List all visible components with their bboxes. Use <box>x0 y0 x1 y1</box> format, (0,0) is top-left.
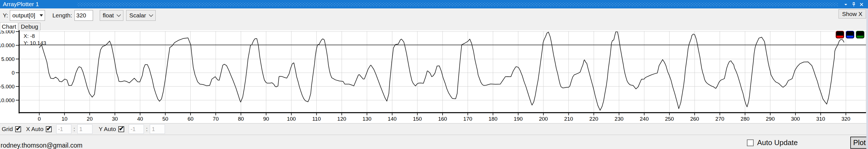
y-auto-checkbox[interactable]: ✔ <box>118 126 124 132</box>
svg-text:160: 160 <box>438 116 447 122</box>
waveform-trace <box>39 32 844 110</box>
check-icon: ✔ <box>119 125 124 133</box>
x-range-colon: : <box>73 126 75 133</box>
svg-text:200: 200 <box>539 116 548 122</box>
chevron-down-icon <box>117 13 121 17</box>
svg-text:-10.000: -10.000 <box>0 97 14 103</box>
auto-update-label: Auto Update <box>757 138 798 147</box>
show-x-button[interactable]: Show X <box>838 9 866 18</box>
y-auto-label: Y Auto <box>99 126 116 133</box>
titlebar-texture <box>77 3 838 6</box>
x-min-input[interactable] <box>56 124 71 134</box>
y-source-value: output[0] <box>12 12 35 19</box>
svg-text:190: 190 <box>514 116 523 122</box>
window-title: ArrayPlotter 1 <box>3 0 39 8</box>
tab-chart-label: Chart <box>2 23 16 30</box>
svg-text:170: 170 <box>463 116 472 122</box>
green-trace-swatch-bar <box>857 36 864 38</box>
mode-dropdown[interactable]: Scalar <box>126 10 156 21</box>
grid-label: Grid <box>2 126 13 133</box>
tab-debug[interactable]: Debug <box>19 23 40 30</box>
status-bar: rodney.thomson@gmail.com Auto Update Plo… <box>0 135 868 149</box>
close-icon[interactable] <box>859 1 865 8</box>
window-titlebar: ArrayPlotter 1 <box>0 0 868 8</box>
y-max-input[interactable] <box>150 124 165 134</box>
tab-debug-label: Debug <box>21 23 38 30</box>
svg-text:50: 50 <box>162 116 168 122</box>
y-range-colon: : <box>146 126 148 133</box>
axis-controls-row: Grid ✔ X Auto ✔ : Y Auto ✔ : <box>0 123 868 135</box>
svg-text:150: 150 <box>413 116 422 122</box>
svg-text:100: 100 <box>287 116 296 122</box>
chart-panel[interactable]: 0102030405060708090100110120130140150160… <box>0 30 868 123</box>
svg-text:130: 130 <box>363 116 371 122</box>
dropdown-arrow-icon <box>40 14 43 16</box>
svg-text:0: 0 <box>11 70 14 76</box>
blue-trace-swatch-bar <box>847 36 854 38</box>
svg-text:300: 300 <box>791 116 800 122</box>
svg-text:290: 290 <box>766 116 775 122</box>
svg-text:90: 90 <box>263 116 269 122</box>
tooltip-y-value: Y: 10.143 <box>24 40 46 46</box>
svg-text:70: 70 <box>213 116 219 122</box>
svg-text:20: 20 <box>87 116 93 122</box>
svg-text:-5.000: -5.000 <box>0 84 14 89</box>
svg-text:250: 250 <box>665 116 674 122</box>
x-auto-checkbox[interactable]: ✔ <box>46 126 52 132</box>
y-min-input[interactable] <box>129 124 144 134</box>
svg-text:5.000: 5.000 <box>1 56 14 62</box>
tooltip-x-value: X: -8 <box>24 33 46 40</box>
pin-icon[interactable] <box>850 1 857 8</box>
svg-text:270: 270 <box>715 116 724 122</box>
svg-text:210: 210 <box>564 116 573 122</box>
window-edge <box>866 8 868 149</box>
svg-text:320: 320 <box>841 116 850 122</box>
svg-text:15.000: 15.000 <box>0 30 14 35</box>
tab-bar: Chart Debug <box>0 23 868 30</box>
chevron-down-icon[interactable] <box>843 1 849 8</box>
svg-text:110: 110 <box>312 116 321 122</box>
svg-text:240: 240 <box>640 116 649 122</box>
x-max-input[interactable] <box>77 124 92 134</box>
y-source-dropdown[interactable]: output[0] <box>10 10 45 21</box>
plot-button[interactable]: Plot <box>850 137 868 149</box>
svg-text:10.000: 10.000 <box>0 42 14 48</box>
svg-text:30: 30 <box>112 116 118 122</box>
svg-text:40: 40 <box>137 116 143 122</box>
check-icon: ✔ <box>46 125 52 133</box>
type-value: float <box>103 12 114 19</box>
svg-text:60: 60 <box>187 116 193 122</box>
svg-text:10: 10 <box>62 116 67 122</box>
auto-update-checkbox[interactable] <box>747 140 754 146</box>
user-email: rodney.thomson@gmail.com <box>1 142 82 149</box>
toolbar: Y: output[0] Length: float Scalar <box>0 8 868 23</box>
svg-text:80: 80 <box>238 116 244 122</box>
check-icon: ✔ <box>16 125 21 133</box>
tab-chart[interactable]: Chart <box>0 23 18 30</box>
svg-text:280: 280 <box>741 116 750 122</box>
grid-checkbox[interactable]: ✔ <box>15 126 21 132</box>
svg-text:140: 140 <box>388 116 397 122</box>
svg-text:0: 0 <box>38 116 41 122</box>
svg-text:120: 120 <box>337 116 346 122</box>
x-auto-label: X Auto <box>26 126 43 133</box>
blue-trace-swatch[interactable] <box>846 31 854 38</box>
svg-text:220: 220 <box>589 116 598 122</box>
type-dropdown[interactable]: float <box>100 10 124 21</box>
show-x-label: Show X <box>842 11 862 17</box>
svg-text:230: 230 <box>615 116 623 122</box>
svg-text:310: 310 <box>816 116 825 122</box>
svg-text:260: 260 <box>690 116 699 122</box>
length-input[interactable] <box>74 10 93 21</box>
svg-text:180: 180 <box>489 116 498 122</box>
red-trace-swatch-bar <box>837 36 843 38</box>
red-trace-swatch[interactable] <box>836 31 844 38</box>
cursor-tooltip: X: -8 Y: 10.143 <box>24 33 46 46</box>
chevron-down-icon <box>149 13 153 17</box>
mode-value: Scalar <box>129 12 146 19</box>
length-label: Length: <box>52 12 72 19</box>
green-trace-swatch[interactable] <box>856 31 864 38</box>
y-label: Y: <box>3 12 8 19</box>
waveform-chart[interactable]: 0102030405060708090100110120130140150160… <box>0 30 868 123</box>
